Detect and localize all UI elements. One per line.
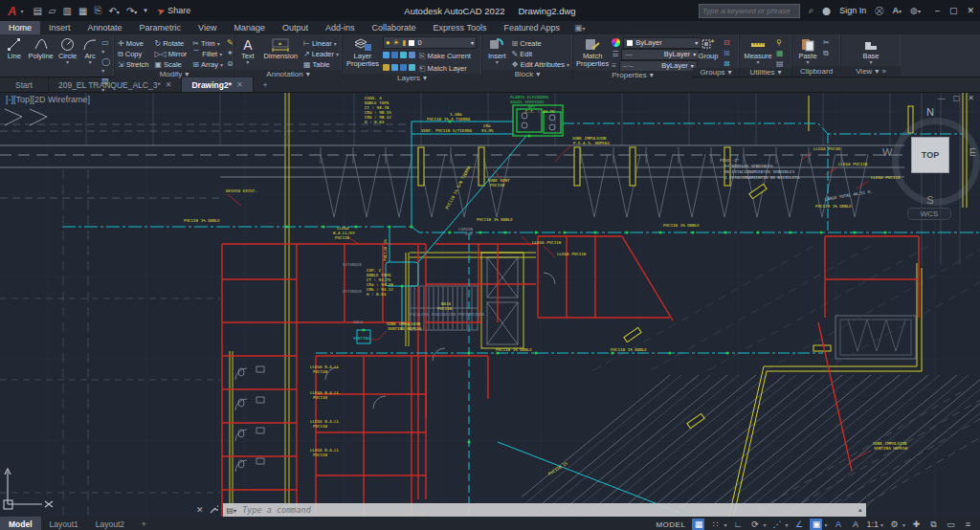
keyboard-icon[interactable]: ▤▾ [227,506,237,515]
edit-block-button[interactable]: ✎Edit [512,50,569,58]
line-button[interactable]: Line [3,36,25,60]
bulb-icon[interactable]: ● [386,38,390,47]
tab-annotate[interactable]: Annotate [79,21,131,34]
app-store-cart-icon[interactable]: ⛒ [875,6,883,16]
create-block-button[interactable]: ⊞Create [512,39,569,48]
viewcube-north[interactable]: N [888,106,972,118]
file-tab-doc2[interactable]: Drawing2*✕ [182,77,253,92]
command-close-icon[interactable]: ✕ [196,505,204,515]
layer-tool-icon[interactable] [400,64,407,71]
measure-button[interactable]: Measure▾ [743,36,773,64]
trim-button[interactable]: ✂Trim▾ [192,39,223,48]
text-button[interactable]: A Text▾ [237,36,258,64]
panel-title-view[interactable]: View▾» [841,66,901,77]
doc-restore-button[interactable]: ▢ [953,94,961,102]
layer-tool-icon[interactable] [391,64,398,71]
color-wheel-icon[interactable] [612,38,620,47]
drawing-canvas[interactable]: [-][Top][2D Wireframe] — ▢ ✕ [0,93,980,517]
viewcube-west[interactable]: W [882,146,892,158]
copy-button[interactable]: ⧉Copy [118,50,148,59]
annotation-monitor-button[interactable]: ✚ [910,519,923,530]
layer-tool-icon[interactable] [383,64,390,71]
snap-mode-toggle[interactable]: ∷ [709,519,722,530]
match-layer-button[interactable]: ⎗ Match Layer [419,64,467,74]
doc-minimize-button[interactable]: — [938,94,946,102]
scale-button[interactable]: ▣Scale [154,60,187,69]
table-button[interactable]: ▦Table [303,60,339,69]
unlock-icon[interactable]: ▮ [402,38,406,47]
layer-dropdown[interactable]: ● ☀ ▮ 0 ▾ [383,36,477,49]
panel-title-groups[interactable]: Groups▾ [693,68,739,77]
new-layout-button[interactable]: ＋ [133,517,155,530]
edit-attributes-button[interactable]: ❖Edit Attributes▾ [512,60,569,69]
make-current-button[interactable]: ⎘ Make Current [419,52,471,61]
stretch-button[interactable]: ⇲Stretch [118,60,148,69]
command-recent-icon[interactable]: ▴ [858,506,862,514]
tab-express-tools[interactable]: Express Tools [425,21,496,34]
customization-menu[interactable]: ≡ [962,519,974,530]
annotation-scale-value[interactable]: 1:1 [866,519,879,530]
isolate-objects-button[interactable]: ⧉ [927,519,940,530]
viewcube-top-face[interactable]: TOP [911,137,949,173]
panel-title-block[interactable]: Block▾ [482,70,572,78]
tab-collaborate[interactable]: Collaborate [364,21,425,34]
hardware-acceleration-button[interactable]: ▭ [945,519,957,530]
rectangle-icon[interactable]: ▭ ▾ [101,38,111,55]
paste-button[interactable]: Paste▾ [795,36,820,64]
mirror-button[interactable]: ▷◁Mirror [154,50,187,58]
id-point-icon[interactable]: ▤ [776,59,784,68]
leader-button[interactable]: ↗Leader▾ [303,50,339,58]
panel-title-layers[interactable]: Layers▾ [343,74,481,82]
chevron-down-icon[interactable]: ▾ [785,521,788,528]
object-snap-toggle[interactable]: ▣ [810,519,822,530]
workspace-switching-gear[interactable]: ⚙ [888,519,901,530]
viewcube[interactable]: N W E S TOP WCS [888,106,972,219]
autodesk-a-icon[interactable]: A▾ [893,6,902,15]
file-tab-start[interactable]: Start [0,77,49,92]
cut-icon[interactable]: ✂ [823,38,830,47]
linetype-icon[interactable]: ≡ [612,61,616,70]
arc-button[interactable]: Arc▾ [81,36,99,64]
viewport-controls[interactable]: [-][Top][2D Wireframe] [6,95,90,104]
copy-clip-icon[interactable]: ⧉ [823,49,830,58]
plot-icon[interactable]: ⎘ [94,5,101,16]
insert-button[interactable]: Insert▾ [485,36,509,64]
tab-insert[interactable]: Insert [40,21,79,34]
restore-button[interactable]: ▢ [949,6,958,15]
tab-layout1[interactable]: Layout1 [41,517,87,530]
layer-properties-button[interactable]: Layer Properties [345,36,380,69]
quick-select-icon[interactable]: ⚲ [776,38,784,47]
help-icon[interactable]: ◍▾ [910,6,921,15]
annotation-autoscale-toggle[interactable]: A [849,519,861,530]
layer-tool-icon[interactable] [400,52,407,58]
polyline-button[interactable]: Polyline [28,36,53,60]
object-snap-tracking-toggle[interactable]: ∠ [792,519,805,530]
tab-model[interactable]: Model [0,517,41,530]
layer-tool-icon[interactable] [383,52,390,58]
viewcube-east[interactable]: E [969,146,976,158]
ortho-mode-toggle[interactable]: ∟ [731,519,744,530]
annotation-visibility-toggle[interactable]: A [832,519,844,530]
chevron-down-icon[interactable]: ▾ [763,521,766,528]
share-button[interactable]: ➤ Share [157,6,190,16]
chevron-down-icon[interactable]: ▾ [824,521,827,528]
rotate-button[interactable]: ↻Rotate [154,39,187,48]
panel-overflow-icon[interactable]: » [881,67,885,76]
tab-parametric[interactable]: Parametric [131,21,190,34]
command-wrench-icon[interactable] [210,505,218,516]
quick-calc-icon[interactable]: ▦ [776,49,784,57]
polar-tracking-toggle[interactable]: ⟳ [748,519,761,530]
group-select-icon[interactable]: ⊠ [724,59,730,68]
tab-output[interactable]: Output [274,21,317,34]
user-avatar-icon[interactable]: ⬤ [822,7,831,15]
ellipse-icon[interactable]: ◯ ▾ [101,57,111,75]
tab-addins[interactable]: Add-ins [317,21,364,34]
doc-close-button[interactable]: ✕ [968,94,974,102]
qat-more-icon[interactable]: ▾ [144,7,147,14]
linear-button[interactable]: ⊢Linear▾ [303,39,339,48]
move-button[interactable]: ✛Move [118,39,148,48]
chevron-down-icon[interactable]: ▾ [880,521,883,528]
layer-tool-icon[interactable] [409,52,415,58]
cad-drawing[interactable]: PLANTA ELEVADORAAGUAS SERVIDASNPTC.T. : … [0,93,980,517]
linetype-dropdown[interactable]: –·–ByLayer ▾ [619,60,698,72]
